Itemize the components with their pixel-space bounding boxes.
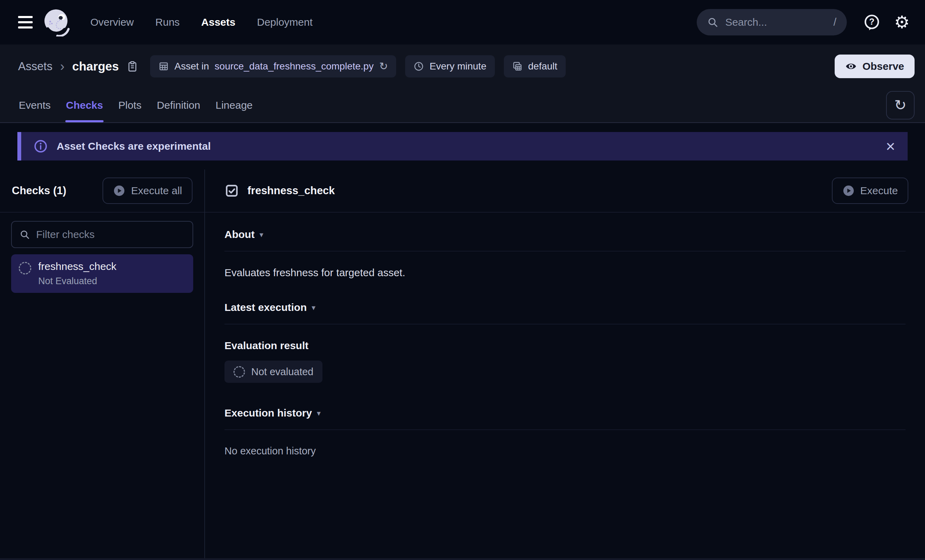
about-section-label: About [224, 229, 255, 240]
tab-lineage[interactable]: Lineage [215, 88, 253, 122]
execute-button[interactable]: Execute [832, 178, 908, 204]
refresh-button[interactable]: ↻ [886, 91, 914, 119]
execute-all-label: Execute all [131, 185, 182, 197]
checks-count-title: Checks (1) [12, 184, 66, 197]
search-input[interactable] [725, 16, 827, 29]
search-icon [20, 229, 30, 240]
check-status: Not Evaluated [38, 276, 116, 287]
asset-tabs: Events Checks Plots Definition Lineage ↻ [0, 88, 925, 122]
breadcrumb-assets-link[interactable]: Assets [18, 60, 53, 73]
filter-checks-input[interactable] [35, 228, 185, 241]
execution-history-toggle[interactable]: Execution history ▾ [224, 407, 905, 430]
chevron-down-icon: ▾ [259, 230, 264, 239]
reload-definition-icon[interactable]: ↻ [379, 61, 388, 72]
group-badge: default [504, 55, 566, 77]
svg-text:?: ? [869, 17, 875, 26]
copy-asset-name-icon[interactable] [127, 60, 138, 72]
dagster-logo-icon[interactable] [42, 8, 71, 36]
checks-sidebar: Checks (1) Execute all [0, 170, 205, 560]
check-title: freshness_check [247, 184, 335, 197]
not-evaluated-ring-icon [19, 262, 31, 274]
asset-pill-prefix: Asset in [175, 61, 209, 72]
copies-grid-icon [512, 61, 523, 72]
breadcrumb: Assets › charges [0, 44, 925, 88]
observe-button[interactable]: Observe [835, 54, 914, 78]
menu-hamburger-icon[interactable] [18, 16, 33, 29]
experimental-banner: Asset Checks are experimental × [17, 132, 908, 161]
nav-item-runs[interactable]: Runs [155, 17, 180, 28]
execution-history-label: Execution history [224, 407, 312, 419]
tab-definition[interactable]: Definition [156, 88, 201, 122]
check-detail-header: freshness_check Execute [205, 170, 925, 212]
checkbox-checked-icon [224, 184, 239, 198]
about-section: About ▾ Evaluates freshness for targeted… [224, 229, 905, 278]
play-circle-icon [842, 184, 855, 197]
tab-plots[interactable]: Plots [118, 88, 142, 122]
global-search[interactable]: / [697, 9, 847, 35]
about-section-toggle[interactable]: About ▾ [224, 229, 905, 251]
dagster-app-window: Overview Runs Assets Deployment / ? ⚙ As… [0, 0, 925, 560]
execution-history-section: Execution history ▾ No execution history [224, 407, 905, 457]
check-detail-body: About ▾ Evaluates freshness for targeted… [205, 212, 925, 457]
list-item-freshness-check[interactable]: freshness_check Not Evaluated [11, 254, 193, 293]
horizontal-scrollbar-track[interactable] [0, 558, 925, 560]
play-circle-icon [113, 184, 125, 197]
observe-button-label: Observe [862, 60, 904, 72]
chevron-down-icon: ▾ [317, 409, 321, 418]
info-icon [34, 139, 48, 153]
filter-checks-field[interactable] [11, 221, 193, 248]
asset-header-band: Assets › charges [0, 44, 925, 123]
checks-list-panel: freshness_check Not Evaluated [0, 212, 204, 301]
breadcrumb-chevron-icon: › [60, 60, 65, 73]
about-description: Evaluates freshness for targeted asset. [224, 267, 905, 278]
check-name: freshness_check [38, 260, 116, 272]
banner-close-icon[interactable]: × [886, 138, 895, 154]
page-title: charges [72, 59, 119, 73]
search-icon [707, 17, 718, 28]
execution-history-empty-message: No execution history [224, 446, 905, 457]
latest-execution-label: Latest execution [224, 301, 307, 313]
banner-message: Asset Checks are experimental [57, 140, 211, 152]
schedule-badge: Every minute [405, 55, 494, 77]
nav-item-overview[interactable]: Overview [90, 17, 134, 28]
refresh-icon: ↻ [894, 98, 906, 113]
table-grid-icon [158, 61, 169, 72]
execute-label: Execute [860, 185, 898, 197]
chevron-down-icon: ▾ [312, 303, 315, 312]
check-detail-panel: freshness_check Execute About ▾ Evaluate… [205, 170, 925, 560]
not-evaluated-ring-icon [234, 366, 245, 378]
checks-list: freshness_check Not Evaluated [11, 254, 193, 293]
tab-events[interactable]: Events [18, 88, 51, 122]
group-badge-label: default [528, 61, 557, 72]
search-shortcut-hint: / [834, 16, 837, 29]
latest-execution-toggle[interactable]: Latest execution ▾ [224, 301, 905, 324]
execute-all-button[interactable]: Execute all [102, 178, 193, 204]
asset-source-file-link[interactable]: source_data_freshness_complete.py [215, 61, 374, 72]
latest-execution-section: Latest execution ▾ Evaluation result Not… [224, 301, 905, 383]
checks-sidebar-header: Checks (1) Execute all [0, 170, 204, 212]
primary-nav-links: Overview Runs Assets Deployment [90, 17, 313, 28]
schedule-badge-label: Every minute [429, 61, 486, 72]
tab-checks[interactable]: Checks [65, 88, 104, 122]
evaluation-result-badge: Not evaluated [224, 361, 322, 383]
help-icon[interactable]: ? [863, 14, 880, 30]
nav-item-deployment[interactable]: Deployment [257, 17, 312, 28]
asset-definition-pill: Asset in source_data_freshness_complete.… [150, 55, 396, 77]
checks-content: Checks (1) Execute all [0, 170, 925, 560]
evaluation-result-label: Evaluation result [224, 340, 905, 352]
nav-item-assets[interactable]: Assets [201, 17, 235, 28]
eye-icon [845, 60, 857, 72]
evaluation-badge-label: Not evaluated [251, 366, 313, 378]
clock-icon [413, 61, 424, 72]
top-navigation-bar: Overview Runs Assets Deployment / ? ⚙ [0, 0, 925, 44]
settings-gear-icon[interactable]: ⚙ [894, 14, 910, 31]
